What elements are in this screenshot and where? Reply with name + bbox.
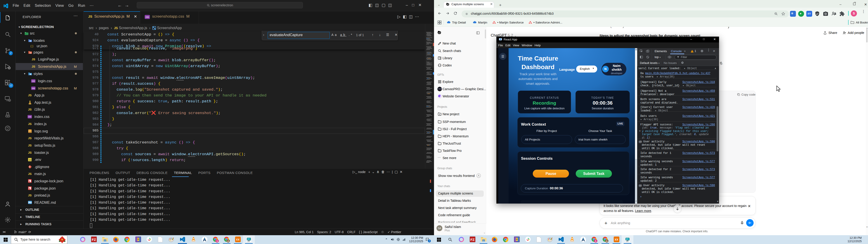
svg-text:TaskPro: TaskPro — [247, 241, 250, 242]
svg-text:FZ: FZ — [470, 238, 474, 242]
svg-text:TaskPro: TaskPro — [626, 241, 628, 242]
svg-text:S: S — [216, 240, 218, 242]
svg-text:S: S — [595, 240, 596, 242]
svg-text:☓☓: ☓☓ — [615, 238, 618, 242]
svg-text:.ENV: .ENV — [29, 159, 32, 161]
svg-text:☓☓: ☓☓ — [236, 238, 240, 242]
svg-text:SVG: SVG — [29, 131, 31, 133]
svg-text:FZ: FZ — [92, 238, 96, 242]
svg-text:!: ! — [692, 51, 692, 53]
